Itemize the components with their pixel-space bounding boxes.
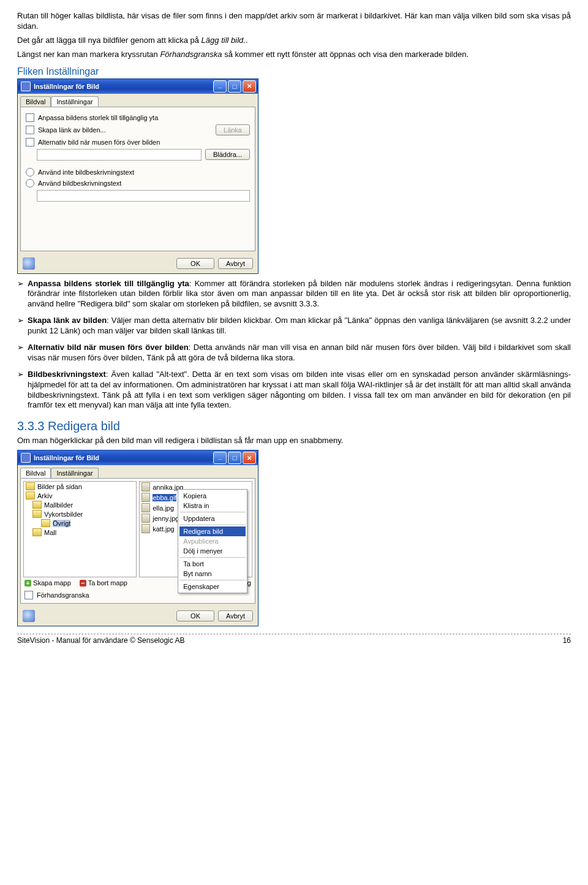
checkbox-skapa-lank[interactable] (26, 126, 34, 134)
file-list[interactable]: annika.jpg ebba.gif ella.jpg jenny.jpg k… (139, 481, 252, 577)
app-icon (21, 82, 31, 91)
radio-ingen-beskrivning[interactable] (26, 168, 34, 177)
tree-selected-ovrigt[interactable]: Övrigt (53, 520, 70, 527)
folder-icon (26, 492, 35, 499)
heading-fliken-installningar: Fliken Inställningar (17, 66, 571, 77)
page-number: 16 (563, 636, 571, 645)
dialog-installningar-bild-1: Inställningar för Bild Bildval Inställni… (17, 78, 258, 274)
heading-333-redigera-bild: 3.3.3 Redigera bild (17, 419, 571, 433)
btn-ta-bort-mapp[interactable]: − Ta bort mapp (80, 579, 127, 587)
minimize-icon[interactable] (213, 80, 227, 93)
image-file-icon (141, 503, 150, 512)
button-avbryt[interactable]: Avbryt (218, 610, 253, 621)
plus-icon: + (24, 580, 31, 587)
ctx-sep (179, 580, 246, 580)
help-icon[interactable] (23, 257, 35, 270)
folder-icon (32, 528, 42, 536)
ctx-avpublicera[interactable]: Avpublicera (179, 536, 246, 546)
label-forhandsgranska: Förhandsgranska (37, 591, 89, 599)
bullet-list: ➢ Anpassa bildens storlek till tillgängl… (17, 279, 571, 411)
maximize-icon[interactable] (228, 452, 241, 464)
ctx-dolj-i-menyer[interactable]: Dölj i menyer (179, 546, 246, 556)
maximize-icon[interactable] (228, 80, 241, 93)
para-333: Om man högerklickar på den bild man vill… (17, 436, 571, 446)
ctx-sep (179, 557, 246, 558)
bullet-arrow-icon: ➢ (17, 370, 28, 411)
label-anpassa: Anpassa bildens storlek till tillgänglig… (38, 114, 158, 121)
file-selected-ebba[interactable]: ebba.gif (153, 494, 176, 501)
image-file-icon (141, 493, 150, 502)
intro-para-2: Det går att lägga till nya bildfiler gen… (17, 36, 571, 46)
intro-para-3: Längst ner kan man markera kryssrutan Fö… (17, 50, 571, 60)
input-alt-bild-path[interactable] (37, 149, 202, 161)
intro-para-1: Rutan till höger kallas bildlista, här v… (17, 11, 571, 32)
app-icon (21, 453, 31, 463)
folder-icon (26, 482, 35, 490)
bullet-anpassa: Anpassa bildens storlek till tillgänglig… (28, 279, 571, 310)
ctx-sep (179, 512, 246, 512)
bullet-alternativ-bild: Alternativ bild när musen förs över bild… (28, 343, 571, 363)
checkbox-alternativ-bild[interactable] (26, 138, 34, 146)
button-avbryt[interactable]: Avbryt (218, 258, 253, 269)
tab-bildval[interactable]: Bildval (20, 96, 51, 107)
window-title: Inställningar för Bild (34, 83, 212, 90)
bildval-panel: Bilder på sidan Arkiv Mallbilder Vykorts… (20, 478, 255, 604)
button-ok[interactable]: OK (176, 258, 214, 269)
label-radio-anvand: Använd bildbeskrivningstext (38, 180, 121, 187)
window-title: Inställningar för Bild (34, 454, 212, 461)
folder-icon (32, 501, 42, 509)
label-radio-ingen: Använd inte bildbeskrivningstext (38, 169, 134, 176)
button-ok[interactable]: OK (176, 610, 214, 621)
ctx-egenskaper[interactable]: Egenskaper (179, 582, 246, 591)
button-bladdra[interactable]: Bläddra... (205, 149, 250, 160)
image-file-icon (141, 482, 150, 492)
ctx-kopiera[interactable]: Kopiera (179, 491, 246, 501)
titlebar[interactable]: Inställningar för Bild (18, 450, 258, 465)
dialog-installningar-bild-2: Inställningar för Bild Bildval Inställni… (17, 450, 258, 626)
bullet-arrow-icon: ➢ (17, 343, 28, 363)
archive-tree[interactable]: Bilder på sidan Arkiv Mallbilder Vykorts… (23, 481, 137, 577)
label-alternativ-bild: Alternativ bild när musen förs över bild… (38, 139, 160, 146)
radio-anvand-beskrivning[interactable] (26, 179, 34, 188)
ctx-uppdatera[interactable]: Uppdatera (179, 514, 246, 523)
checkbox-forhandsgranska[interactable] (24, 591, 33, 599)
ctx-klistra-in[interactable]: Klistra in (179, 501, 246, 511)
tab-installningar[interactable]: Inställningar (51, 468, 98, 478)
settings-panel: Anpassa bildens storlek till tillgänglig… (20, 107, 255, 251)
btn-skapa-mapp[interactable]: + Skapa mapp (24, 579, 71, 587)
footer-text: SiteVision - Manual för användare © Sens… (17, 636, 184, 645)
label-skapa-lank: Skapa länk av bilden... (38, 126, 212, 134)
bullet-arrow-icon: ➢ (17, 316, 28, 336)
titlebar[interactable]: Inställningar för Bild (18, 79, 258, 94)
bullet-arrow-icon: ➢ (17, 279, 28, 310)
tab-installningar[interactable]: Inställningar (51, 96, 98, 107)
bullet-skapa-lank: Skapa länk av bilden: Väljer man detta a… (28, 316, 571, 336)
ctx-ta-bort[interactable]: Ta bort (179, 559, 246, 569)
context-menu: Kopiera Klistra in Uppdatera Redigera bi… (178, 489, 247, 593)
ctx-byt-namn[interactable]: Byt namn (179, 569, 246, 579)
bullet-bildbeskrivning: Bildbeskrivningstext: Även kallad "Alt-t… (28, 370, 571, 411)
minus-icon: − (80, 580, 86, 587)
image-file-icon (141, 514, 150, 523)
minimize-icon[interactable] (213, 452, 227, 464)
close-icon[interactable] (243, 80, 256, 93)
tab-bildval[interactable]: Bildval (20, 468, 51, 478)
input-beskrivningstext[interactable] (37, 190, 250, 202)
image-file-icon (141, 524, 150, 533)
close-icon[interactable] (243, 452, 256, 464)
ctx-redigera-bild[interactable]: Redigera bild (179, 526, 246, 536)
help-icon[interactable] (23, 610, 35, 622)
ctx-sep (179, 525, 246, 525)
button-lanka[interactable]: Länka (216, 124, 250, 135)
folder-icon (41, 519, 50, 527)
folder-icon (32, 510, 42, 518)
page-footer: SiteVision - Manual för användare © Sens… (17, 634, 571, 645)
checkbox-anpassa[interactable] (26, 113, 34, 122)
